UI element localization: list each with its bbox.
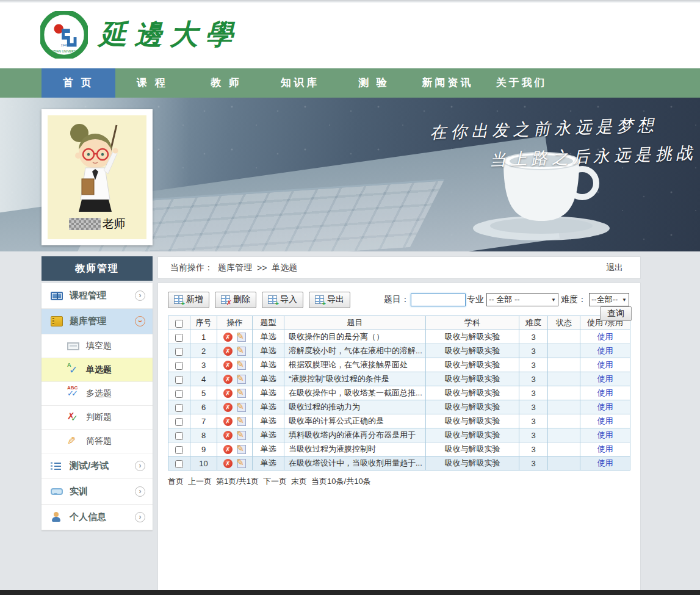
row-subject: 吸收与解吸实验 [426, 386, 519, 400]
sidebar-item[interactable]: 判断题 › [41, 406, 153, 430]
row-checkbox[interactable] [175, 460, 183, 468]
nav-item[interactable]: 教 师 [189, 68, 263, 98]
row-checkbox[interactable] [175, 432, 183, 440]
nav-item[interactable]: 课 程 [115, 68, 189, 98]
difficulty-select[interactable]: --全部-- ▼ [589, 293, 629, 306]
nav-item[interactable]: 测 验 [337, 68, 411, 98]
usage-toggle-link[interactable]: 使用 [597, 388, 613, 397]
row-usage-cell: 使用 [580, 414, 630, 428]
pagination-item[interactable]: 下一页 [263, 477, 287, 486]
sidebar-item-label: 实训 [70, 486, 88, 497]
usage-toggle-link[interactable]: 使用 [597, 444, 613, 453]
table-action-icon [174, 295, 183, 304]
search-button[interactable]: 查询 [600, 306, 632, 321]
pagination-item[interactable]: 末页 [291, 477, 307, 486]
nav-item[interactable]: 首 页 [41, 68, 115, 98]
row-checkbox[interactable] [175, 446, 183, 454]
table-row: 5 单选 在吸收操作中，吸收塔某一截面总推... 吸收与解吸实验 3 使用 [168, 386, 630, 400]
row-checkbox-cell [168, 344, 190, 358]
sidebar-item-label: 多选题 [86, 388, 112, 399]
toolbar-button-label: 删除 [233, 294, 250, 305]
nav-item[interactable]: 新闻资讯 [411, 68, 485, 98]
usage-toggle-link[interactable]: 使用 [597, 416, 613, 425]
select-all-checkbox[interactable] [175, 320, 183, 328]
edit-icon[interactable] [237, 333, 246, 342]
usage-toggle-link[interactable]: 使用 [597, 360, 613, 369]
edit-icon[interactable] [237, 445, 246, 454]
major-select[interactable]: -- 全部 -- ▼ [486, 293, 558, 306]
row-difficulty: 3 [519, 442, 548, 456]
sidebar-item[interactable]: 多选题 › [41, 382, 153, 406]
sidebar-item[interactable]: 测试/考试 › [41, 453, 153, 479]
sidebar-item[interactable]: 实训 › [41, 479, 153, 505]
delete-icon[interactable] [223, 389, 233, 398]
delete-icon[interactable] [223, 361, 233, 370]
pagination-item[interactable]: 首页 [168, 477, 184, 486]
edit-icon[interactable] [237, 431, 246, 440]
row-checkbox[interactable] [175, 390, 183, 398]
sidebar-item[interactable]: 单选题 › [41, 358, 153, 382]
usage-toggle-link[interactable]: 使用 [597, 458, 613, 467]
sidebar-item[interactable]: 填空题 › [41, 334, 153, 358]
delete-icon[interactable] [223, 417, 233, 426]
svg-text:1949: 1949 [61, 44, 68, 47]
toolbar-button[interactable]: 删除 [215, 292, 256, 308]
usage-toggle-link[interactable]: 使用 [597, 374, 613, 383]
edit-icon[interactable] [237, 347, 246, 356]
delete-icon[interactable] [223, 445, 233, 454]
nav-item[interactable]: 知识库 [263, 68, 337, 98]
delete-icon[interactable] [223, 459, 233, 468]
major-select-value: -- 全部 -- [489, 294, 520, 305]
delete-icon[interactable] [223, 333, 233, 342]
row-question-title: 吸收过程的推动力为 [284, 400, 426, 414]
usage-toggle-link[interactable]: 使用 [597, 332, 613, 341]
row-checkbox[interactable] [175, 404, 183, 412]
table-header-cell: 题目 [284, 316, 426, 330]
toolbar-button[interactable]: 导入 [262, 292, 303, 308]
row-checkbox[interactable] [175, 418, 183, 426]
edit-icon[interactable] [237, 361, 246, 370]
row-checkbox[interactable] [175, 376, 183, 384]
row-difficulty: 3 [519, 428, 548, 442]
pagination-item[interactable]: 当页10条/共10条 [311, 477, 371, 486]
toolbar: 新增 删除 导入 导出 题目： 专业 -- 全部 -- ▼ [168, 290, 630, 309]
delete-icon[interactable] [223, 403, 233, 412]
edit-icon[interactable] [237, 403, 246, 412]
table-row: 4 单选 “液膜控制”吸收过程的条件是 吸收与解吸实验 3 使用 [168, 372, 630, 386]
difficulty-select-value: --全部-- [591, 294, 618, 305]
breadcrumb-section[interactable]: 题库管理 [218, 262, 252, 273]
question-title-input[interactable] [411, 294, 466, 306]
toolbar-button[interactable]: 新增 [168, 292, 209, 308]
svg-text:YANBIAN UNIVERSITY: YANBIAN UNIVERSITY [48, 49, 81, 53]
row-checkbox[interactable] [175, 362, 183, 370]
row-checkbox[interactable] [175, 334, 183, 342]
row-status [548, 330, 580, 344]
delete-icon[interactable] [223, 375, 233, 384]
sidebar-item[interactable]: 题库管理 › [41, 309, 153, 334]
usage-toggle-link[interactable]: 使用 [597, 346, 613, 355]
sidebar-item[interactable]: 个人信息 › [41, 505, 153, 530]
delete-icon[interactable] [223, 431, 233, 440]
nav-item[interactable]: 关于我们 [485, 68, 558, 98]
edit-icon[interactable] [237, 375, 246, 384]
table-header-cell: 状态 [548, 316, 580, 330]
sidebar-item[interactable]: 课程管理 › [41, 283, 153, 309]
sidebar-item-label: 判断题 [86, 412, 112, 423]
logout-button[interactable]: 退出 [606, 262, 623, 273]
university-seal-icon: 1949 YANBIAN UNIVERSITY [40, 11, 88, 59]
row-question-type: 单选 [253, 344, 284, 358]
sidebar-item[interactable]: 简答题 › [41, 430, 153, 453]
pagination-item[interactable]: 上一页 [188, 477, 212, 486]
edit-icon[interactable] [237, 389, 246, 398]
toolbar-button[interactable]: 导出 [309, 292, 350, 308]
table-action-icon [221, 295, 230, 304]
edit-icon[interactable] [237, 459, 246, 468]
usage-toggle-link[interactable]: 使用 [597, 430, 613, 439]
usage-toggle-link[interactable]: 使用 [597, 402, 613, 411]
table-row: 2 单选 溶解度较小时，气体在液相中的溶解... 吸收与解吸实验 3 使用 [168, 344, 630, 358]
pagination-item[interactable]: 第1页/共1页 [216, 477, 259, 486]
delete-icon[interactable] [223, 347, 233, 356]
row-checkbox[interactable] [175, 348, 183, 356]
sidebar-item-label: 填空题 [86, 341, 112, 352]
edit-icon[interactable] [237, 417, 246, 426]
